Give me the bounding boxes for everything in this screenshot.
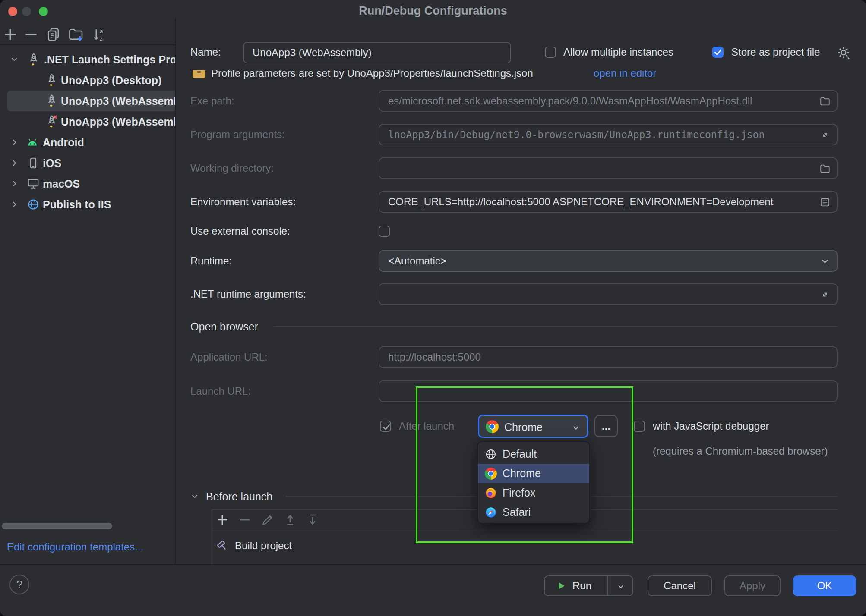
ios-device-icon (27, 157, 40, 170)
horizontal-scrollbar[interactable] (2, 523, 112, 529)
play-icon (556, 581, 566, 591)
help-label: ? (16, 578, 22, 591)
before-launch-edit-button[interactable] (260, 512, 275, 527)
working-directory-label: Working directory: (190, 161, 274, 175)
sidebar-item-net-launch-settings[interactable]: .NET Launch Settings Profiles (0, 49, 175, 70)
working-directory-value (388, 161, 812, 175)
svg-text:a: a (100, 28, 103, 35)
chevron-down-icon (616, 582, 626, 591)
cancel-button[interactable]: Cancel (648, 575, 712, 596)
application-url-value: http://localhost:5000 (388, 350, 812, 364)
runtime-label: Runtime: (190, 254, 232, 268)
program-arguments-field[interactable]: lnoApp3/bin/Debug/net9.0-browserwasm/Uno… (379, 124, 838, 145)
js-debugger-note: (requires a Chromium-based browser) (653, 444, 828, 458)
rocket-icon (45, 73, 59, 87)
move-down-icon (305, 512, 320, 527)
sidebar-item-unoapp3-desktop[interactable]: UnoApp3 (Desktop) (0, 70, 175, 91)
net-runtime-arguments-label: .NET runtime arguments: (190, 287, 306, 301)
launch-url-label: Launch URL: (190, 384, 251, 398)
tree-item-label: Publish to IIS (43, 194, 172, 215)
tree-item-label: macOS (43, 173, 172, 194)
remove-configuration-button[interactable] (23, 27, 39, 42)
tree-item-label: UnoApp3 (WebAssembly) (61, 111, 175, 132)
plus-icon (3, 27, 18, 42)
apply-button[interactable]: Apply (724, 575, 781, 596)
program-arguments-label: Program arguments: (190, 128, 285, 141)
sort-az-icon: a z (92, 27, 107, 42)
before-launch-move-down-button[interactable] (305, 512, 320, 527)
sidebar-item-macos[interactable]: macOS (0, 173, 175, 194)
collapse-chevron-icon[interactable] (190, 492, 199, 501)
application-url-field[interactable]: http://localhost:5000 (379, 346, 838, 368)
new-folder-button[interactable] (67, 26, 85, 43)
sidebar-item-publish-to-iis[interactable]: Publish to IIS (0, 194, 175, 215)
annotation-highlight (416, 386, 633, 543)
run-debug-configurations-dialog: Run/Debug Configurations a (0, 0, 866, 616)
folder-icon (819, 163, 831, 174)
sidebar: a z .NET Launch Settings Profiles Un (0, 0, 175, 564)
store-settings-gear-button[interactable] (836, 45, 851, 60)
after-launch-checkbox[interactable] (380, 421, 391, 432)
folder-icon (819, 96, 831, 107)
tree-item-label: iOS (43, 153, 172, 173)
working-directory-field[interactable] (379, 157, 838, 179)
macos-monitor-icon (27, 177, 40, 190)
environment-variables-field[interactable]: CORE_URLS=http://localhost:5000 ASPNETCO… (379, 191, 838, 213)
exe-path-value: es/microsoft.net.sdk.webassembly.pack/9.… (388, 94, 812, 108)
before-launch-move-up-button[interactable] (283, 512, 297, 527)
program-arguments-value: lnoApp3/bin/Debug/net9.0-browserwasm/Uno… (388, 128, 812, 141)
profile-warning-banner: Profile parameters are set by UnoApp3/Pr… (190, 65, 838, 82)
sidebar-item-android[interactable]: Android (0, 132, 175, 153)
tree-item-label: UnoApp3 (Desktop) (61, 70, 175, 91)
publish-globe-icon (27, 198, 40, 211)
name-input-value: UnoApp3 (WebAssembly) (253, 46, 503, 60)
use-external-console-checkbox[interactable] (379, 226, 390, 237)
run-button[interactable]: Run (544, 575, 633, 596)
tree-item-label: Android (43, 132, 172, 153)
allow-multiple-instances-checkbox[interactable] (545, 47, 556, 58)
sidebar-item-unoapp3-webassembly-invalid[interactable]: UnoApp3 (WebAssembly) (0, 111, 175, 132)
expand-icon (819, 289, 831, 300)
pencil-icon (260, 512, 275, 527)
store-as-project-file-label: Store as project file (731, 45, 820, 59)
list-icon (819, 197, 831, 208)
move-up-icon (283, 512, 297, 527)
store-as-project-file-checkbox[interactable] (712, 47, 724, 58)
run-button-label: Run (572, 580, 591, 592)
open-browser-rule (273, 326, 838, 327)
chevron-right-icon (11, 180, 18, 187)
chevron-down-icon (819, 256, 831, 267)
help-button[interactable]: ? (9, 575, 29, 594)
name-input[interactable]: UnoApp3 (WebAssembly) (243, 42, 511, 63)
exe-path-field[interactable]: es/microsoft.net.sdk.webassembly.pack/9.… (379, 90, 838, 112)
chevron-right-icon (11, 160, 18, 167)
minus-icon (237, 512, 252, 527)
before-launch-remove-button[interactable] (237, 512, 252, 527)
js-debugger-label: with JavaScript debugger (653, 419, 769, 433)
cancel-button-label: Cancel (664, 580, 696, 592)
sort-alphabetically-button[interactable]: a z (92, 27, 107, 42)
rocket-error-icon (45, 115, 59, 129)
launch-settings-icon (192, 68, 206, 79)
exe-path-label: Exe path: (190, 94, 234, 108)
expand-icon (819, 129, 831, 141)
warning-text: Profile parameters are set by UnoApp3/Pr… (211, 66, 533, 80)
edit-templates-link[interactable]: Edit configuration templates... (7, 540, 143, 554)
copy-configuration-button[interactable] (46, 27, 61, 42)
before-launch-add-button[interactable] (215, 512, 230, 527)
ok-button[interactable]: OK (793, 575, 856, 596)
check-icon (381, 422, 392, 432)
minus-icon (23, 27, 39, 42)
runtime-select[interactable]: <Automatic> (379, 250, 838, 272)
use-external-console-label: Use external console: (190, 224, 290, 238)
open-in-editor-link[interactable]: open in editor (594, 66, 656, 80)
net-runtime-arguments-field[interactable] (379, 283, 838, 305)
new-folder-icon (67, 26, 85, 43)
js-debugger-checkbox[interactable] (634, 421, 645, 432)
apply-button-label: Apply (740, 580, 765, 592)
android-icon (26, 136, 39, 148)
add-configuration-button[interactable] (3, 27, 18, 42)
sidebar-item-unoapp3-webassembly[interactable]: UnoApp3 (WebAssembly) (0, 91, 175, 111)
open-browser-section-header: Open browser (190, 320, 258, 333)
sidebar-item-ios[interactable]: iOS (0, 153, 175, 173)
